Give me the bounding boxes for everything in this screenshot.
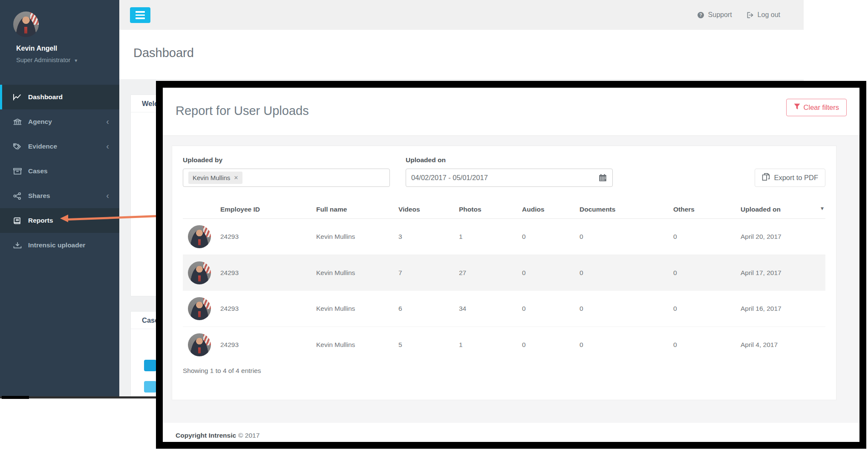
share-icon [13,192,22,200]
footer-year: © 2017 [238,432,260,439]
bank-icon [13,118,22,126]
upload-tray-icon [13,242,22,249]
sidebar-item-agency[interactable]: Agency ‹ [0,109,119,134]
window-footer: Copyright Intrensic © 2017 [163,423,859,442]
user-name: Kevin Angell [16,45,57,52]
export-to-pdf-label: Export to PDF [774,174,818,182]
clear-filters-button[interactable]: Clear filters [786,99,847,116]
sidebar-item-label: Cases [28,167,48,175]
sidebar-item-label: Dashboard [28,93,63,101]
uploaded-on-label: Uploaded on [406,156,613,164]
user-role[interactable]: Super Administrator▾ [16,57,77,63]
report-window: Report for User Uploads Clear filters Up… [156,81,866,449]
cell-employee-id: 24293 [220,269,316,277]
svg-text:?: ? [699,13,702,17]
topbar: ? Support Log out [119,0,804,30]
report-card: Uploaded by Kevin Mullins ✕ Uploaded on … [172,146,836,400]
table-header-row: Employee ID Full name Videos Photos Audi… [183,201,825,219]
cell-uploaded-on: April 17, 2017 [741,269,825,277]
cell-full-name: Kevin Mullins [316,305,398,312]
chevron-left-icon: ‹ [106,141,109,151]
cell-videos: 7 [398,269,459,277]
uploads-table: Employee ID Full name Videos Photos Audi… [183,201,825,375]
table-row[interactable]: 24293 Kevin Mullins 7 27 0 0 0 April 17,… [183,255,825,291]
header-employee-id[interactable]: Employee ID [220,206,316,213]
report-panel: Uploaded by Kevin Mullins ✕ Uploaded on … [163,135,859,423]
table-row[interactable]: 24293 Kevin Mullins 3 1 0 0 0 April 20, … [183,219,825,255]
sidebar-item-intrensic-uploader[interactable]: Intrensic uploader [0,233,119,258]
cell-audios: 0 [522,305,580,312]
cell-employee-id: 24293 [220,305,316,312]
sidebar-item-label: Shares [28,192,50,200]
sidebar-nav: Dashboard Agency ‹ Evidence ‹ C [0,85,119,258]
sidebar-item-label: Reports [28,217,53,224]
cell-uploaded-on: April 4, 2017 [741,341,825,349]
sort-descending-icon[interactable]: ▾ [821,205,824,212]
question-circle-icon: ? [697,11,704,19]
support-link[interactable]: ? Support [697,11,732,19]
header-videos[interactable]: Videos [398,206,459,213]
cell-others: 0 [673,341,741,349]
cell-audios: 0 [522,233,580,241]
page-title: Dashboard [133,46,194,60]
sidebar-item-reports[interactable]: Reports [0,208,119,233]
export-to-pdf-button[interactable]: Export to PDF [755,169,825,187]
row-avatar [188,225,211,248]
cell-others: 0 [673,269,741,277]
hamburger-menu-button[interactable] [130,7,150,23]
sidebar-item-evidence[interactable]: Evidence ‹ [0,134,119,159]
header-full-name[interactable]: Full name [316,206,398,213]
cell-full-name: Kevin Mullins [316,269,398,277]
logout-link[interactable]: Log out [747,11,780,19]
legend-chip-light-blue [144,381,156,393]
filter-funnel-icon [794,103,800,112]
date-range-value: 04/02/2017 - 05/01/2017 [411,174,488,182]
header-documents[interactable]: Documents [580,206,673,213]
cell-documents: 0 [580,269,673,277]
cell-videos: 3 [398,233,459,241]
table-row[interactable]: 24293 Kevin Mullins 6 34 0 0 0 April 16,… [183,291,825,327]
chevron-left-icon: ‹ [106,191,109,201]
cell-others: 0 [673,233,741,241]
header-others[interactable]: Others [673,206,741,213]
cell-documents: 0 [580,341,673,349]
sidebar-item-cases[interactable]: Cases [0,159,119,183]
sign-out-icon [747,12,754,18]
uploaded-on-input[interactable]: 04/02/2017 - 05/01/2017 [406,169,613,187]
arrow-head-icon [60,215,68,222]
cell-employee-id: 24293 [220,233,316,241]
table-row[interactable]: 24293 Kevin Mullins 5 1 0 0 0 April 4, 2… [183,327,825,363]
uploaded-by-tag: Kevin Mullins ✕ [188,172,242,184]
chevron-left-icon: ‹ [106,117,109,126]
sidebar-item-label: Intrensic uploader [28,241,85,249]
cell-photos: 1 [459,341,522,349]
report-window-title: Report for User Uploads [176,104,309,118]
cell-photos: 27 [459,269,522,277]
copy-pages-icon [762,173,770,183]
row-avatar [188,297,211,320]
remove-tag-icon[interactable]: ✕ [234,175,238,181]
legend-chip-dark-blue [144,360,156,371]
header-audios[interactable]: Audios [522,206,580,213]
cell-others: 0 [673,305,741,312]
sidebar-item-dashboard[interactable]: Dashboard [0,85,119,109]
cell-videos: 5 [398,341,459,349]
support-label: Support [708,11,732,19]
chevron-down-icon: ▾ [75,57,77,63]
sidebar-item-shares[interactable]: Shares ‹ [0,183,119,208]
cell-photos: 34 [459,305,522,312]
header-photos[interactable]: Photos [459,206,522,213]
footer-brand: Copyright Intrensic [176,432,236,439]
header-uploaded-on[interactable]: Uploaded on [741,206,825,213]
cell-uploaded-on: April 20, 2017 [741,233,825,241]
calendar-icon [599,174,607,183]
logout-label: Log out [758,11,780,19]
tags-icon [13,143,22,150]
cell-audios: 0 [522,341,580,349]
uploaded-by-input[interactable]: Kevin Mullins ✕ [183,169,390,187]
cell-documents: 0 [580,305,673,312]
sidebar-item-label: Evidence [28,143,57,150]
uploaded-by-label: Uploaded by [183,156,390,164]
cell-videos: 6 [398,305,459,312]
chart-line-icon [13,94,22,101]
